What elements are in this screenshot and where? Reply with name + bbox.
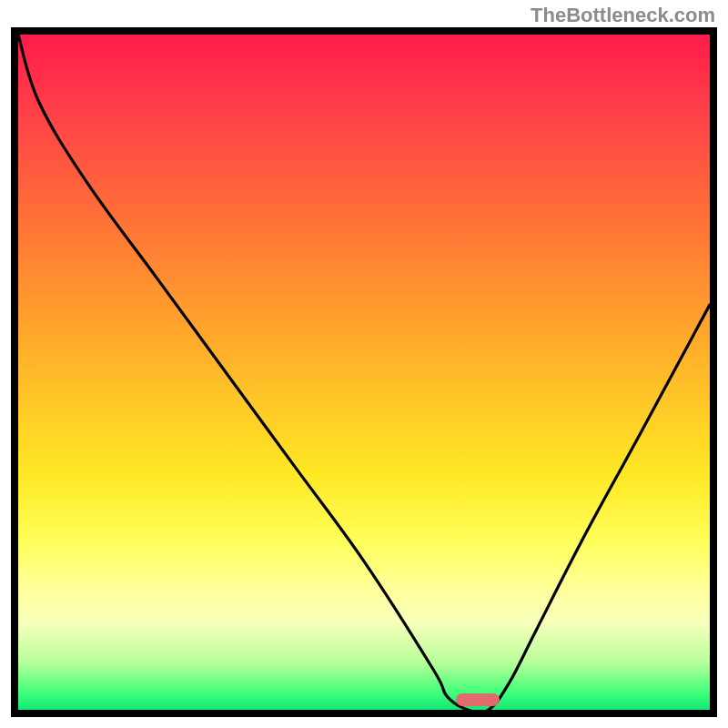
watermark-text: TheBottleneck.com (531, 4, 715, 27)
curve-svg (18, 35, 710, 710)
chart-frame (11, 27, 717, 717)
chart-gradient-area (18, 35, 710, 710)
curve-path (18, 35, 710, 710)
optimum-marker (456, 693, 500, 706)
